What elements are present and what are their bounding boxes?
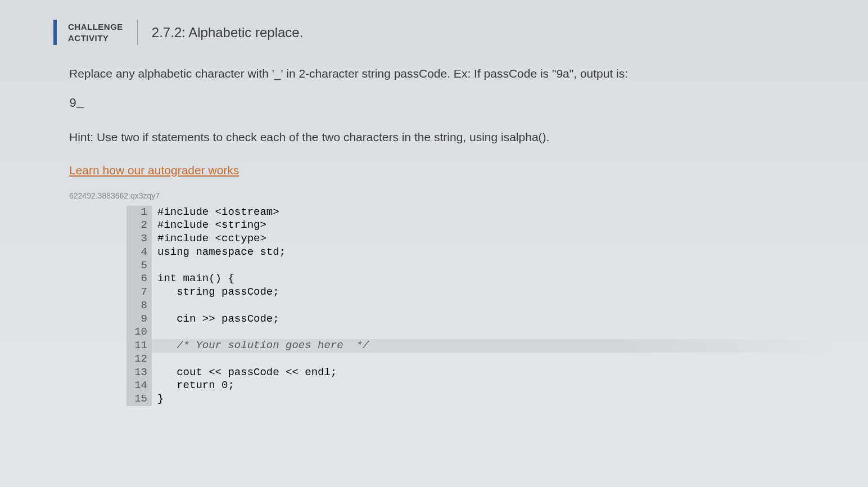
code-line[interactable]: 11 /* Your solution goes here */ xyxy=(126,339,834,353)
code-line[interactable]: 14 return 0; xyxy=(126,379,834,393)
line-number: 10 xyxy=(126,326,152,339)
line-number: 6 xyxy=(126,272,152,286)
code-content[interactable]: } xyxy=(152,393,164,406)
line-number: 15 xyxy=(126,393,152,406)
header-divider xyxy=(137,20,138,45)
code-content[interactable]: /* Your solution goes here */ xyxy=(152,339,369,353)
code-content[interactable]: #include <cctype> xyxy=(152,232,266,246)
challenge-activity-label: CHALLENGE ACTIVITY xyxy=(68,21,123,43)
code-line[interactable]: 10 xyxy=(126,326,834,339)
challenge-label-line2: ACTIVITY xyxy=(68,33,123,44)
watermark-id: 622492.3883662.qx3zqy7 xyxy=(69,191,834,200)
code-line[interactable]: 15} xyxy=(126,393,834,406)
line-number: 11 xyxy=(126,339,152,353)
code-content[interactable]: cout << passCode << endl; xyxy=(152,366,337,380)
activity-header: CHALLENGE ACTIVITY 2.7.2: Alphabetic rep… xyxy=(53,20,834,45)
line-number: 7 xyxy=(126,286,152,299)
output-sample: 9_ xyxy=(69,97,834,111)
code-content[interactable]: using namespace std; xyxy=(152,246,286,259)
line-number: 2 xyxy=(126,219,152,232)
code-line[interactable]: 2#include <string> xyxy=(126,219,834,232)
code-content[interactable]: cin >> passCode; xyxy=(152,313,279,326)
code-editor[interactable]: 1#include <iostream>2#include <string>3#… xyxy=(126,206,834,406)
code-content[interactable]: #include <string> xyxy=(152,219,266,232)
code-line[interactable]: 5 xyxy=(126,259,834,273)
line-number: 12 xyxy=(126,353,152,366)
line-number: 14 xyxy=(126,379,152,393)
challenge-label-line1: CHALLENGE xyxy=(68,21,123,33)
code-content[interactable]: string passCode; xyxy=(152,286,279,299)
line-number: 3 xyxy=(126,232,152,246)
code-line[interactable]: 8 xyxy=(126,299,834,313)
line-number: 8 xyxy=(126,299,152,313)
code-line[interactable]: 12 xyxy=(126,353,834,366)
code-line[interactable]: 13 cout << passCode << endl; xyxy=(126,366,834,380)
code-content[interactable]: int main() { xyxy=(152,272,234,286)
activity-container: CHALLENGE ACTIVITY 2.7.2: Alphabetic rep… xyxy=(53,20,834,406)
code-line[interactable]: 6int main() { xyxy=(126,272,834,286)
line-number: 13 xyxy=(126,366,152,380)
code-line[interactable]: 9 cin >> passCode; xyxy=(126,313,834,326)
prompt-text: Replace any alphabetic character with '_… xyxy=(69,65,834,83)
activity-title: 2.7.2: Alphabetic replace. xyxy=(152,25,304,40)
code-content[interactable]: #include <iostream> xyxy=(152,206,279,219)
line-number: 5 xyxy=(126,259,152,273)
code-line[interactable]: 4using namespace std; xyxy=(126,246,834,259)
line-number: 9 xyxy=(126,313,152,326)
code-line[interactable]: 1#include <iostream> xyxy=(126,206,834,219)
hint-text: Hint: Use two if statements to check eac… xyxy=(69,130,834,144)
code-line[interactable]: 7 string passCode; xyxy=(126,286,834,299)
code-line[interactable]: 3#include <cctype> xyxy=(126,232,834,246)
code-content[interactable]: return 0; xyxy=(152,379,234,393)
learn-autograder-link[interactable]: Learn how our autograder works xyxy=(69,164,239,177)
line-number: 1 xyxy=(126,206,152,219)
line-number: 4 xyxy=(126,246,152,259)
